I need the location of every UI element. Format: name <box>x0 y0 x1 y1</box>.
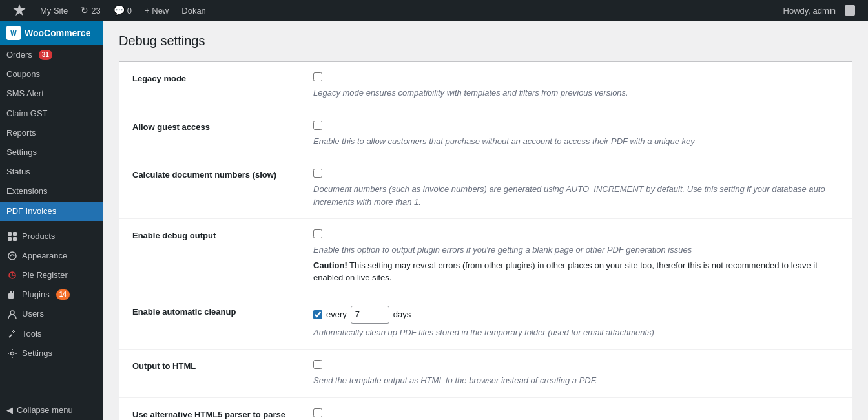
svg-rect-1 <box>13 232 17 236</box>
sidebar-item-users[interactable]: Users <box>0 304 103 324</box>
new-content-item[interactable]: + New <box>138 0 175 21</box>
sidebar-item-reports[interactable]: Reports <box>0 123 103 143</box>
sidebar-item-products[interactable]: Products <box>0 227 103 246</box>
sidebar-item-settings-label: Settings <box>6 147 37 158</box>
doc-numbers-control: Document numbers (such as invoice number… <box>300 158 852 218</box>
sidebar-item-pdf-invoices-label: PDF Invoices <box>6 205 56 217</box>
howdy-item[interactable]: Howdy, admin <box>770 0 862 21</box>
legacy-mode-label: Legacy mode <box>119 62 300 110</box>
auto-cleanup-description: Automatically clean up PDF files stored … <box>313 326 839 339</box>
pie-register-icon <box>6 269 18 281</box>
main-content: Debug settings Legacy mode Legacy mode e… <box>103 21 868 420</box>
new-label: + New <box>145 6 169 16</box>
sidebar-divider-1 <box>0 224 103 224</box>
output-html-control: Send the template output as HTML to the … <box>300 350 852 397</box>
users-icon <box>6 309 18 320</box>
sidebar-item-products-label: Products <box>22 231 55 242</box>
guest-access-control: Enable this to allow customers that purc… <box>300 110 852 158</box>
woo-logo: W <box>6 26 21 40</box>
settings-row-alt-html5-parser: Use alternative HTML5 parser to parse HT… <box>119 398 852 421</box>
svg-rect-3 <box>13 237 17 241</box>
auto-cleanup-checkbox[interactable] <box>313 310 322 319</box>
sidebar-item-settings2[interactable]: Settings <box>0 344 103 363</box>
guest-access-description: Enable this to allow customers that purc… <box>313 135 839 148</box>
doc-numbers-checkbox[interactable] <box>313 169 322 178</box>
appearance-icon <box>6 250 18 262</box>
collapse-menu-button[interactable]: ◀ Collapse menu <box>0 400 103 420</box>
site-name-item[interactable]: My Site <box>34 0 74 21</box>
debug-output-label: Enable debug output <box>119 219 300 295</box>
cleanup-days-input[interactable] <box>351 306 389 324</box>
site-name: My Site <box>40 6 68 16</box>
tools-icon <box>6 328 18 340</box>
collapse-menu-label: Collapse menu <box>17 405 73 415</box>
settings-row-guest-access: Allow guest access Enable this to allow … <box>119 110 852 159</box>
settings-row-legacy-mode: Legacy mode Legacy mode ensures compatib… <box>119 62 852 110</box>
guest-access-checkbox[interactable] <box>313 121 322 130</box>
settings2-icon <box>6 348 18 359</box>
wp-logo-item[interactable] <box>6 0 34 21</box>
sidebar-item-orders-label: Orders <box>6 49 32 61</box>
dokan-item[interactable]: Dokan <box>175 0 212 21</box>
sidebar-item-claim-gst-label: Claim GST <box>6 108 48 120</box>
sidebar-item-orders[interactable]: Orders 31 <box>0 45 103 65</box>
sidebar-item-plugins-label: Plugins <box>22 289 50 300</box>
every-label: every <box>326 310 347 319</box>
auto-cleanup-label: Enable automatic cleanup <box>119 295 300 350</box>
sidebar-item-claim-gst[interactable]: Claim GST <box>0 104 103 123</box>
svg-rect-0 <box>8 232 12 236</box>
admin-avatar <box>845 5 855 16</box>
alt-html5-parser-label: Use alternative HTML5 parser to parse HT… <box>119 398 300 421</box>
settings-row-output-html: Output to HTML Send the template output … <box>119 350 852 398</box>
settings-table: Legacy mode Legacy mode ensures compatib… <box>119 61 852 420</box>
guest-access-label: Allow guest access <box>119 110 300 158</box>
legacy-mode-description: Legacy mode ensures compatibility with t… <box>313 87 839 100</box>
comments-count: 0 <box>127 6 132 16</box>
sidebar-item-pie-register-label: Pie Register <box>22 269 68 281</box>
orders-badge: 31 <box>39 50 52 60</box>
collapse-arrow-icon: ◀ <box>6 405 13 415</box>
sidebar-item-users-label: Users <box>22 308 44 320</box>
alt-html5-parser-control <box>300 398 852 421</box>
sidebar-item-sms-alert-label: SMS Alert <box>6 88 44 100</box>
sidebar-item-status[interactable]: Status <box>0 162 103 182</box>
updates-count: 23 <box>91 6 100 16</box>
output-html-description: Send the template output as HTML to the … <box>313 374 839 387</box>
sidebar-item-reports-label: Reports <box>6 127 36 139</box>
woocommerce-menu-header[interactable]: W WooCommerce <box>0 21 103 45</box>
legacy-mode-control: Legacy mode ensures compatibility with t… <box>300 62 852 110</box>
settings-row-doc-numbers: Calculate document numbers (slow) Docume… <box>119 158 852 219</box>
sidebar-item-plugins[interactable]: Plugins 14 <box>0 285 103 304</box>
alt-html5-parser-checkbox[interactable] <box>313 408 322 417</box>
sidebar-item-tools-label: Tools <box>22 328 41 340</box>
output-html-checkbox[interactable] <box>313 360 322 369</box>
sidebar-item-tools[interactable]: Tools <box>0 324 103 344</box>
sidebar-item-settings2-label: Settings <box>22 348 52 359</box>
debug-output-description: Enable this option to output plugin erro… <box>313 244 839 257</box>
sidebar-item-extensions[interactable]: Extensions <box>0 182 103 201</box>
sidebar-item-appearance[interactable]: Appearance <box>0 246 103 266</box>
sidebar-item-extensions-label: Extensions <box>6 185 48 197</box>
sidebar-item-coupons[interactable]: Coupons <box>0 65 103 84</box>
sidebar: W WooCommerce Orders 31 Coupons SMS Aler… <box>0 21 103 420</box>
settings-row-auto-cleanup: Enable automatic cleanup every days Auto… <box>119 295 852 350</box>
wp-logo-icon <box>13 4 26 17</box>
legacy-mode-checkbox[interactable] <box>313 72 322 81</box>
comments-item[interactable]: 💬 0 <box>107 0 138 21</box>
products-icon <box>6 231 18 242</box>
debug-output-checkbox[interactable] <box>313 229 322 238</box>
debug-output-caution: Caution! This setting may reveal errors … <box>313 259 839 284</box>
svg-point-12 <box>11 352 14 355</box>
days-label: days <box>393 310 411 319</box>
plugins-badge: 14 <box>56 289 70 300</box>
sidebar-item-pdf-invoices[interactable]: PDF Invoices <box>0 202 103 221</box>
sidebar-item-sms-alert[interactable]: SMS Alert <box>0 84 103 103</box>
updates-item[interactable]: ↻ 23 <box>74 0 107 21</box>
svg-rect-8 <box>8 293 14 299</box>
sidebar-item-settings[interactable]: Settings <box>0 143 103 162</box>
howdy-text: Howdy, admin <box>777 6 842 16</box>
output-html-label: Output to HTML <box>119 350 300 397</box>
svg-rect-9 <box>10 291 12 294</box>
sidebar-item-pie-register[interactable]: Pie Register <box>0 266 103 285</box>
auto-cleanup-control: every days Automatically clean up PDF fi… <box>300 295 852 350</box>
